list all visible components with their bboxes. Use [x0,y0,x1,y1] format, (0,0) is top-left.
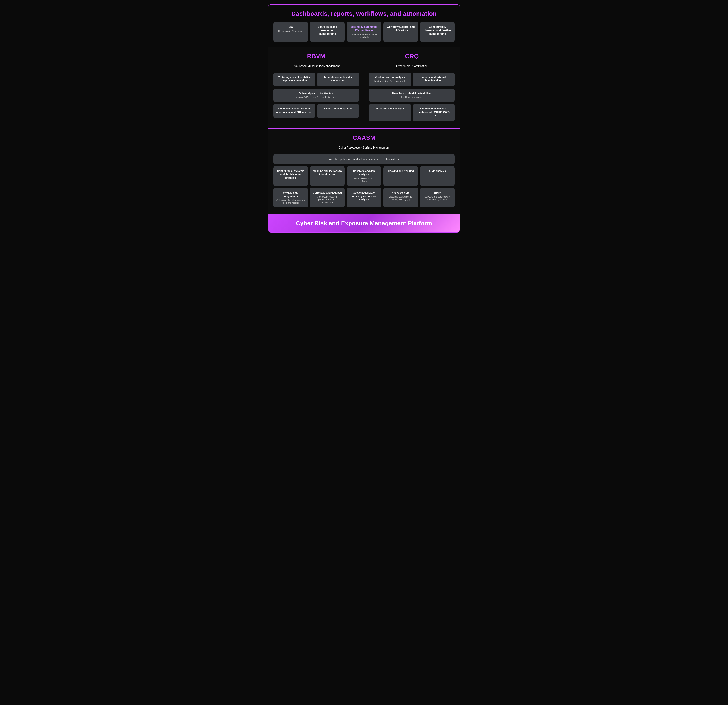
card-subtitle: Security controls and software [350,177,378,183]
feature-card: Continuous risk analysisNext best steps … [369,72,411,87]
caasm-row2: Flexible data integrationsAPIs, snapshot… [273,188,455,208]
bottom-banner: Cyber Risk and Exposure Management Platf… [269,214,459,232]
card-title: Tracking and trending [386,169,415,173]
card-title: Flexible data integrations [276,191,305,198]
card-title: Native sensors [386,191,415,194]
card-subtitle: Discovery capabilities for covering visi… [386,195,415,201]
feature-card: Coverage and gap analysisSecurity contro… [347,166,381,186]
dashboard-card: Workflows, alerts, and notifications [383,22,418,42]
feature-card: Vuln and patch prioritizationAcross CVEs… [273,88,359,102]
crq-row3: Asset criticality analysisControls effec… [369,104,455,121]
feature-card: SBOMSoftware and services with dependenc… [420,188,455,208]
dashboard-card: Maximally automated IT complianceCommon … [347,22,381,42]
feature-card: Mapping applications to infrastructure [310,166,344,186]
card-title: Vulnerability deduplication, inferencing… [276,107,312,114]
card-title: Continuous risk analysis [372,76,408,79]
card-title: Workflows, alerts, and notifications [386,25,415,32]
crq-acronym: CRQ [369,53,455,60]
caasm-acronym: CAASM [273,134,455,141]
card-title: Mapping applications to infrastructure [313,169,342,176]
card-title: Maximally automated IT compliance [350,25,378,32]
card-title: Accurate and actionable remediation [320,76,356,82]
caasm-assets-bar: Assets, applications and software models… [273,154,455,164]
crq-panel: CRQ Cyber Risk Quantification Continuous… [364,47,459,128]
card-title: SBOM [423,191,452,194]
card-title: Ticketing and vulnerability response aut… [276,76,312,82]
feature-card: Correlated and dedupedCloud workloads, o… [310,188,344,208]
feature-card: Audit analysis [420,166,455,186]
caasm-assets-label: Assets, applications and software models… [329,157,399,160]
card-subtitle: Across CVEs, misconfigs, credentials, et… [276,96,356,99]
dashboard-card: BIXCybersecurity AI assistant [273,22,308,42]
feature-card: Breach risk calculation in dollarsLikeli… [369,88,455,102]
feature-card: Internal and external benchmarking [413,72,455,87]
card-subtitle: Cybersecurity AI assistant [276,30,305,32]
card-title: Board level and executive dashboarding [313,25,342,35]
caasm-section: CAASM Cyber Asset Attack Surface Managem… [269,129,459,215]
card-title: Internal and external benchmarking [416,76,452,82]
card-title: Breach risk calculation in dollars [372,92,452,95]
card-title: Controls effectiveness analysis with MIT… [416,107,452,117]
main-wrapper: Dashboards, reports, workflows, and auto… [268,4,460,233]
rbvm-row3: Vulnerability deduplication, inferencing… [273,104,359,118]
card-subtitle: Software and services with dependency an… [423,195,452,201]
feature-card: Asset criticality analysis [369,104,411,121]
card-title: Correlated and deduped [313,191,342,194]
feature-card: Configurable, dynamic and flexible asset… [273,166,308,186]
dashboard-cards-container: BIXCybersecurity AI assistantBoard level… [273,22,455,42]
caasm-row1: Configurable, dynamic and flexible asset… [273,166,455,186]
feature-card: Native sensorsDiscovery capabilities for… [383,188,418,208]
card-title: Native threat integration [320,107,356,110]
bottom-banner-title: Cyber Risk and Exposure Management Platf… [274,220,454,227]
crq-row2: Breach risk calculation in dollarsLikeli… [369,88,455,102]
feature-card: Accurate and actionable remediation [317,72,359,87]
crq-fullname: Cyber Risk Quantification [369,65,455,68]
card-title: Asset categorization and analysis Locati… [350,191,378,201]
card-subtitle: Common framework across standards [350,33,378,39]
card-subtitle: APIs, snapshots, homegrown tools and rep… [276,199,305,204]
card-title: Configurable, dynamic, and flexible dash… [423,25,452,35]
card-title: Configurable, dynamic and flexible asset… [276,169,305,179]
dashboards-section: Dashboards, reports, workflows, and auto… [269,4,459,47]
card-subtitle: Next best steps for reducing risk [372,80,408,82]
card-title: Audit analysis [423,169,452,173]
feature-card: Controls effectiveness analysis with MIT… [413,104,455,121]
caasm-fullname: Cyber Asset Attack Surface Management [273,146,455,149]
feature-card: Native threat integration [317,104,359,118]
dashboards-title: Dashboards, reports, workflows, and auto… [273,10,455,17]
card-subtitle: Likelihood and impact [372,96,452,99]
card-title: Vuln and patch prioritization [276,92,356,95]
rbvm-panel: RBVM Risk-based Vulnerability Management… [269,47,364,128]
card-title: BIX [276,25,305,29]
rbvm-row2: Vuln and patch prioritizationAcross CVEs… [273,88,359,102]
crq-row1: Continuous risk analysisNext best steps … [369,72,455,87]
rbvm-fullname: Risk-based Vulnerability Management [273,65,359,68]
feature-card: Ticketing and vulnerability response aut… [273,72,315,87]
feature-card: Vulnerability deduplication, inferencing… [273,104,315,118]
feature-card: Asset categorization and analysis Locati… [347,188,381,208]
dashboard-card: Configurable, dynamic, and flexible dash… [420,22,455,42]
feature-card: Flexible data integrationsAPIs, snapshot… [273,188,308,208]
card-title: Coverage and gap analysis [350,169,378,176]
dashboard-card: Board level and executive dashboarding [310,22,344,42]
rbvm-crq-section: RBVM Risk-based Vulnerability Management… [269,47,459,129]
rbvm-acronym: RBVM [273,53,359,60]
rbvm-row1: Ticketing and vulnerability response aut… [273,72,359,87]
card-title: Asset criticality analysis [372,107,408,110]
card-subtitle: Cloud workloads, on-premises infra and a… [313,195,342,204]
feature-card: Tracking and trending [383,166,418,186]
